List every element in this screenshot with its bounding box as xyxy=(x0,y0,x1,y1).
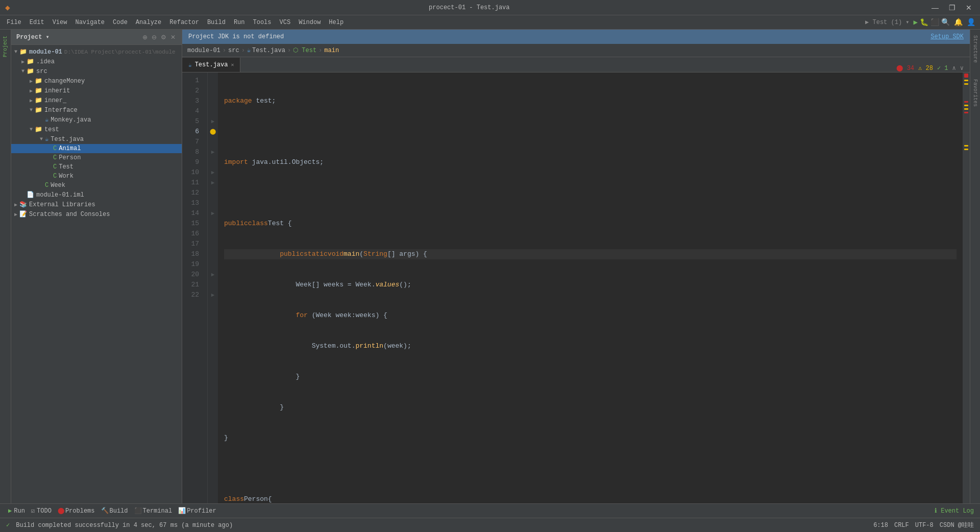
event-log-icon: ℹ xyxy=(935,507,937,515)
search-everywhere-icon[interactable]: 🔍 xyxy=(941,18,950,27)
statusbar-left: ✓ Build completed successfully in 4 sec,… xyxy=(6,521,233,529)
tree-module-iml[interactable]: 📄 module-01.iml xyxy=(11,190,182,200)
titlebar-controls: — ❐ ✕ xyxy=(928,3,975,13)
project-sidebar-btn[interactable]: Project xyxy=(2,34,9,59)
event-log-link[interactable]: ℹ Event Log xyxy=(935,507,974,515)
line-numbers: 1 2 3 4 5 6 7 8 9 10 11 12 13 14 15 16 1… xyxy=(182,72,208,503)
setup-sdk-link[interactable]: Setup SDK xyxy=(930,33,964,40)
code-line-12: } xyxy=(224,433,957,443)
menu-edit[interactable]: Edit xyxy=(26,17,48,28)
menu-build[interactable]: Build xyxy=(203,17,230,28)
close-button[interactable]: ✕ xyxy=(963,3,975,13)
notifications-icon[interactable]: 🔔 xyxy=(954,18,963,27)
close-panel-button[interactable]: ✕ xyxy=(169,33,177,42)
run-tab[interactable]: ▶ Run xyxy=(6,505,27,517)
warning-count: ⚠ 28 xyxy=(918,64,933,72)
code-editor[interactable]: 1 2 3 4 5 6 7 8 9 10 11 12 13 14 15 16 1… xyxy=(182,72,970,503)
titlebar-left: ◆ xyxy=(5,3,10,13)
terminal-tab[interactable]: ⬛ Terminal xyxy=(132,505,175,517)
tree-interface[interactable]: ▼ 📁 Interface xyxy=(11,105,182,115)
branch-name[interactable]: CSDN @哇哇 xyxy=(940,521,974,529)
encoding[interactable]: UTF-8 xyxy=(915,522,934,529)
breadcrumb: module-01 › src › ☕ Test.java › ⬡ Test ›… xyxy=(182,44,970,57)
code-line-8: for (Week week:weeks) { xyxy=(224,310,957,321)
stop-button[interactable]: ⬛ xyxy=(930,18,939,27)
breadcrumb-module[interactable]: module-01 xyxy=(187,47,220,54)
run-button[interactable]: ▶ xyxy=(914,18,918,27)
nav-down-button[interactable]: ∨ xyxy=(960,64,964,72)
menu-code[interactable]: Code xyxy=(109,17,132,28)
debug-button[interactable]: 🐛 xyxy=(920,18,928,27)
tree-person[interactable]: C Person xyxy=(11,153,182,162)
menu-vcs[interactable]: VCS xyxy=(276,17,295,28)
cursor-position[interactable]: 6:18 xyxy=(873,522,888,529)
panel-title: Project ▾ xyxy=(16,33,50,41)
titlebar: ◆ procect-01 - Test.java — ❐ ✕ xyxy=(0,0,980,15)
user-icon[interactable]: 👤 xyxy=(967,18,975,27)
favorites-panel-btn[interactable]: Favorites xyxy=(971,76,979,110)
tree-module-01[interactable]: ▼ 📁 module-01 D:\IDEA Project\procect-01… xyxy=(11,47,182,57)
editor-tabs: ☕ Test.java ✕ ⬤ 34 ⚠ 28 ✓ 1 ∧ ∨ xyxy=(182,57,970,72)
gutter: ▶ ⬤ ▶ ▶ ▶ ▶ ▶ ▶ xyxy=(208,72,218,503)
code-line-9: System.out.println(week); xyxy=(224,341,957,351)
menu-analyze[interactable]: Analyze xyxy=(132,17,165,28)
menu-help[interactable]: Help xyxy=(325,17,348,28)
breadcrumb-method[interactable]: main xyxy=(324,47,339,54)
right-scroll-gutter xyxy=(963,72,970,503)
terminal-icon: ⬛ xyxy=(134,507,142,515)
line-separator[interactable]: CRLF xyxy=(894,522,909,529)
notification-bar: Project JDK is not defined Setup SDK xyxy=(182,30,970,44)
todo-icon: ☑ xyxy=(31,507,35,515)
tree-week[interactable]: C Week xyxy=(11,181,182,190)
breadcrumb-class[interactable]: ⬡ Test xyxy=(293,46,316,54)
tree-scratches[interactable]: ▶ 📝 Scratches and Consoles xyxy=(11,209,182,219)
tree-test-folder[interactable]: ▼ 📁 test xyxy=(11,125,182,134)
tree-monkey-java[interactable]: ☕ Monkey.java xyxy=(11,115,182,125)
code-line-10: } xyxy=(224,372,957,382)
tree-inner[interactable]: ▶ 📁 inner_ xyxy=(11,95,182,105)
tree-inherit[interactable]: ▶ 📁 inherit xyxy=(11,86,182,95)
code-line-14: class Person{ xyxy=(224,494,957,503)
breadcrumb-src[interactable]: src xyxy=(228,47,239,54)
code-line-13 xyxy=(224,464,957,474)
build-status-text: Build completed successfully in 4 sec, 6… xyxy=(16,522,233,529)
panel-tools: ⊕ ⊖ ⚙ ✕ xyxy=(141,33,177,42)
statusbar: ✓ Build completed successfully in 4 sec,… xyxy=(0,518,980,532)
expand-all-button[interactable]: ⊕ xyxy=(141,33,149,42)
menubar: File Edit View Navigate Code Analyze Ref… xyxy=(0,15,980,30)
todo-tab[interactable]: ☑ TODO xyxy=(29,505,54,517)
close-tab-button[interactable]: ✕ xyxy=(231,62,234,68)
build-icon: 🔨 xyxy=(101,507,109,515)
menu-view[interactable]: View xyxy=(48,17,71,28)
nav-up-button[interactable]: ∧ xyxy=(952,64,956,72)
tree-animal[interactable]: C Animal xyxy=(11,144,182,153)
menu-tools[interactable]: Tools xyxy=(249,17,276,28)
ok-count: ✓ 1 xyxy=(937,64,948,72)
tree-test-class[interactable]: C Test xyxy=(11,162,182,172)
tab-test-java[interactable]: ☕ Test.java ✕ xyxy=(182,58,240,72)
menu-window[interactable]: Window xyxy=(295,17,325,28)
settings-button[interactable]: ⚙ xyxy=(160,33,167,42)
menu-refactor[interactable]: Refactor xyxy=(165,17,203,28)
run-config[interactable]: ▶ Test (1) ▾ xyxy=(865,18,909,26)
menu-navigate[interactable]: Navigate xyxy=(71,17,109,28)
menu-file[interactable]: File xyxy=(3,17,26,28)
structure-panel-btn[interactable]: Structure xyxy=(971,32,979,66)
build-tab[interactable]: 🔨 Build xyxy=(99,505,130,517)
notification-text: Project JDK is not defined xyxy=(188,33,284,40)
tree-test-java[interactable]: ▼ ☕ Test.java xyxy=(11,134,182,144)
breadcrumb-file[interactable]: ☕ Test.java xyxy=(247,46,285,54)
menu-run[interactable]: Run xyxy=(230,17,249,28)
code-line-5: public class Test { xyxy=(224,219,957,229)
tree-changemoney[interactable]: ▶ 📁 changeMoney xyxy=(11,76,182,86)
tree-idea[interactable]: ▶ 📁 .idea xyxy=(11,57,182,66)
problems-tab[interactable]: ⬤ Problems xyxy=(56,505,97,517)
tree-src[interactable]: ▼ 📁 src xyxy=(11,66,182,76)
tree-external-libraries[interactable]: ▶ 📚 External Libraries xyxy=(11,200,182,209)
collapse-all-button[interactable]: ⊖ xyxy=(151,33,158,42)
maximize-button[interactable]: ❐ xyxy=(946,3,959,13)
minimize-button[interactable]: — xyxy=(928,3,942,13)
tree-work[interactable]: C Work xyxy=(11,172,182,181)
code-content[interactable]: package test; import java.util.Objects; … xyxy=(218,72,963,503)
profiler-tab[interactable]: 📊 Profiler xyxy=(176,505,218,517)
